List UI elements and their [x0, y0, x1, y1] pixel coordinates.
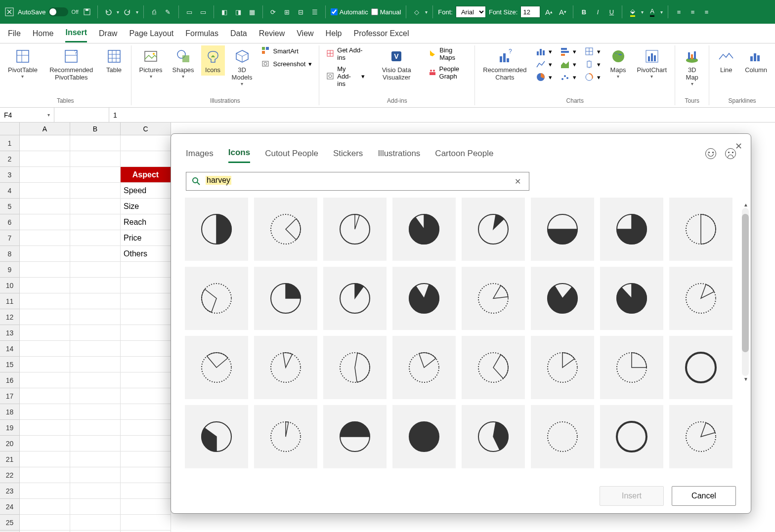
row-header[interactable]: 8	[0, 246, 20, 262]
smartart-button[interactable]: SmartArt	[259, 45, 314, 56]
dialog-scrollbar[interactable]: ▲ ▼	[742, 208, 749, 376]
cell-B24[interactable]	[70, 499, 121, 515]
row-header[interactable]: 12	[0, 309, 20, 325]
icon-result-harvey-ball[interactable]	[323, 198, 387, 261]
cell-C17[interactable]	[121, 388, 171, 404]
insert-button[interactable]: Insert	[600, 486, 664, 506]
cell-C12[interactable]	[121, 309, 171, 325]
cell-C23[interactable]	[121, 483, 171, 499]
cell-A25[interactable]	[20, 515, 70, 531]
tb-icon-8[interactable]: ⟳	[268, 6, 279, 17]
cell-B5[interactable]	[70, 199, 121, 214]
dialog-tab-stickers[interactable]: Stickers	[333, 145, 363, 163]
pivotchart-button[interactable]: PivotChart▾	[634, 45, 670, 81]
select-all-corner[interactable]	[0, 123, 20, 135]
cell-A14[interactable]	[20, 341, 70, 357]
chart-hier-icon[interactable]: ▾	[582, 45, 603, 57]
sparkline-line-button[interactable]: Line	[714, 45, 738, 76]
cell-C25[interactable]	[121, 515, 171, 531]
3d-models-button[interactable]: 3D Models▾	[229, 45, 256, 88]
cell-A21[interactable]	[20, 451, 70, 467]
cancel-button[interactable]: Cancel	[672, 486, 736, 506]
cell-B15[interactable]	[70, 357, 121, 372]
icon-result-harvey-ball[interactable]	[600, 336, 663, 399]
chart-line-icon[interactable]: ▾	[534, 58, 554, 70]
eraser-icon[interactable]: ◇	[411, 6, 422, 17]
recommended-charts-button[interactable]: ? Recommended Charts	[480, 45, 529, 83]
cell-C11[interactable]	[121, 293, 171, 309]
cell-C9[interactable]	[121, 262, 171, 278]
sad-feedback-icon[interactable]	[725, 148, 736, 159]
cell-B1[interactable]	[70, 135, 121, 151]
icon-result-harvey-ball[interactable]	[462, 405, 525, 468]
icon-result-harvey-ball[interactable]	[185, 198, 248, 261]
align-right-icon[interactable]: ≡	[701, 6, 712, 17]
save-icon[interactable]	[82, 6, 92, 17]
search-input[interactable]	[186, 172, 529, 191]
font-size-input[interactable]	[520, 6, 540, 18]
tb-icon-5[interactable]: ◧	[219, 6, 230, 17]
row-header[interactable]: 1	[0, 135, 20, 151]
cell-B21[interactable]	[70, 451, 121, 467]
align-left-icon[interactable]: ≡	[673, 6, 684, 17]
cell-C22[interactable]	[121, 467, 171, 483]
visio-button[interactable]: V Visio Data Visualizer	[371, 45, 423, 83]
cell-B14[interactable]	[70, 341, 121, 357]
row-header[interactable]: 2	[0, 151, 20, 167]
automatic-checkbox[interactable]: Automatic	[331, 8, 368, 16]
row-header[interactable]: 18	[0, 404, 20, 420]
cell-A16[interactable]	[20, 372, 70, 388]
align-center-icon[interactable]: ≡	[687, 6, 698, 17]
cell-A12[interactable]	[20, 309, 70, 325]
cell-B4[interactable]	[70, 183, 121, 199]
fill-color-icon[interactable]: ⬙	[627, 6, 638, 17]
cell-A15[interactable]	[20, 357, 70, 372]
cell-A6[interactable]	[20, 214, 70, 230]
tb-icon-10[interactable]: ⊟	[296, 6, 306, 17]
get-addins-button[interactable]: Get Add-ins	[324, 45, 366, 62]
cell-B18[interactable]	[70, 404, 121, 420]
cell-A8[interactable]	[20, 246, 70, 262]
tb-icon-11[interactable]: ☰	[309, 6, 320, 17]
cell-A9[interactable]	[20, 262, 70, 278]
cell-A4[interactable]	[20, 183, 70, 199]
icon-result-harvey-ball[interactable]	[323, 336, 387, 399]
row-header[interactable]: 10	[0, 278, 20, 293]
icon-result-harvey-ball[interactable]	[531, 267, 594, 330]
icon-result-harvey-ball[interactable]	[600, 198, 663, 261]
cell-C14[interactable]	[121, 341, 171, 357]
icon-result-harvey-ball[interactable]	[185, 405, 248, 468]
icon-result-harvey-ball[interactable]	[254, 198, 317, 261]
undo-icon[interactable]	[103, 6, 114, 17]
maps-button[interactable]: Maps▾	[606, 45, 630, 81]
cell-C7[interactable]: Price	[121, 230, 171, 246]
pictures-button[interactable]: Pictures▾	[136, 45, 166, 81]
cell-C3[interactable]: Aspect	[121, 167, 171, 183]
tab-draw[interactable]: Draw	[99, 25, 117, 42]
tb-icon-7[interactable]: ▦	[247, 6, 258, 17]
row-header[interactable]: 7	[0, 230, 20, 246]
people-graph-button[interactable]: People Graph	[427, 64, 470, 81]
cell-B2[interactable]	[70, 151, 121, 167]
formula-input[interactable]: 1	[109, 108, 775, 122]
recommended-pivottables-button[interactable]: ? Recommended PivotTables	[44, 45, 98, 83]
cell-C24[interactable]	[121, 499, 171, 515]
icon-result-harvey-ball[interactable]	[600, 267, 663, 330]
tb-icon-6[interactable]: ◨	[233, 6, 244, 17]
screenshot-button[interactable]: Screenshot ▾	[259, 58, 314, 69]
row-header[interactable]: 17	[0, 388, 20, 404]
cell-B17[interactable]	[70, 388, 121, 404]
row-header[interactable]: 9	[0, 262, 20, 278]
cell-C18[interactable]	[121, 404, 171, 420]
dialog-tab-illustrations[interactable]: Illustrations	[378, 145, 420, 163]
icon-result-harvey-ball[interactable]	[392, 267, 456, 330]
cell-C15[interactable]	[121, 357, 171, 372]
icon-result-harvey-ball[interactable]	[600, 405, 663, 468]
cell-B9[interactable]	[70, 262, 121, 278]
increase-font-icon[interactable]: A▴	[543, 6, 554, 17]
shapes-button[interactable]: Shapes▾	[170, 45, 197, 81]
chart-scatter-icon[interactable]: ▾	[558, 71, 578, 83]
icon-result-harvey-ball[interactable]	[323, 405, 387, 468]
redo-icon[interactable]	[122, 6, 133, 17]
cell-B19[interactable]	[70, 420, 121, 436]
